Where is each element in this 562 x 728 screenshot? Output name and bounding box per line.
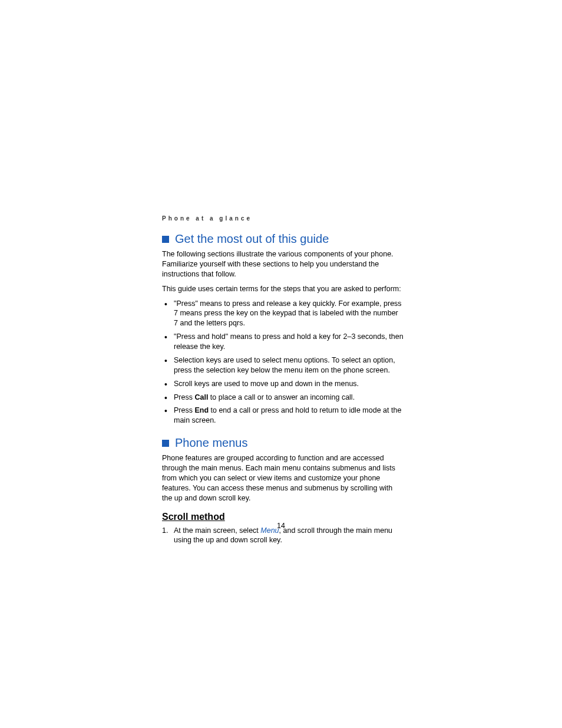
bullet-item: Press Call to place a call or to answer … [162, 393, 404, 403]
bullet-suffix: to place a call or to answer an incoming… [208, 393, 355, 401]
bullet-item: Press End to end a call or press and hol… [162, 406, 404, 426]
running-header: Phone at a glance [162, 215, 404, 222]
section2-intro: Phone features are grouped according to … [162, 453, 404, 503]
section1-intro: The following sections illustrate the va… [162, 249, 404, 279]
page-content: Phone at a glance Get the most out of th… [162, 215, 404, 556]
bullet-bold: Call [194, 393, 208, 401]
bullet-prefix: Press [174, 406, 194, 414]
heading-text-1: Get the most out of this guide [175, 232, 329, 246]
section-heading-1: Get the most out of this guide [162, 232, 404, 246]
square-bullet-icon [162, 236, 169, 243]
bullet-item: "Press" means to press and release a key… [162, 299, 404, 329]
section1-bullet-list: "Press" means to press and release a key… [162, 299, 404, 426]
heading-text-2: Phone menus [175, 436, 247, 450]
bullet-item: Selection keys are used to select menu o… [162, 355, 404, 375]
page-number: 14 [0, 522, 562, 530]
section2-subheading: Scroll method [162, 512, 404, 522]
bullet-bold: End [194, 406, 209, 414]
bullet-item: Scroll keys are used to move up and down… [162, 379, 404, 389]
bullet-item: "Press and hold" means to press and hold… [162, 332, 404, 352]
square-bullet-icon [162, 440, 169, 447]
bullet-prefix: Press [174, 393, 194, 401]
section1-subtext: This guide uses certain terms for the st… [162, 284, 404, 294]
section-get-most-out: Get the most out of this guide The follo… [162, 232, 404, 426]
section-heading-2: Phone menus [162, 436, 404, 450]
